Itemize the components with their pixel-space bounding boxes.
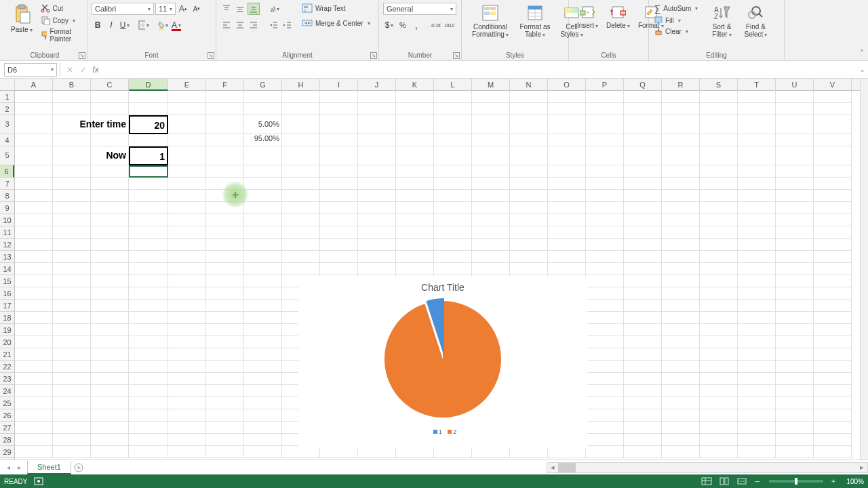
cell-O9[interactable] [548, 202, 586, 214]
cell-F16[interactable] [206, 287, 244, 300]
cell-A9[interactable] [15, 202, 53, 214]
cell-G24[interactable] [244, 385, 282, 397]
cell-V10[interactable] [814, 214, 852, 226]
cell-D5[interactable]: 1 [129, 146, 168, 165]
cell-D13[interactable] [129, 251, 168, 263]
cell-A2[interactable] [15, 103, 53, 115]
cell-C5[interactable]: Now [91, 146, 129, 165]
cell-P28[interactable] [586, 434, 624, 446]
cell-D22[interactable] [129, 361, 168, 373]
cell-S26[interactable] [700, 409, 738, 422]
cell-U7[interactable] [776, 178, 814, 190]
cell-V4[interactable] [814, 134, 852, 146]
cell-V6[interactable] [814, 165, 852, 178]
cell-U13[interactable] [776, 251, 814, 263]
cell-C16[interactable] [91, 287, 129, 300]
cell-A28[interactable] [15, 434, 53, 446]
cell-T20[interactable] [738, 336, 776, 348]
cell-U6[interactable] [776, 165, 814, 178]
cell-P6[interactable] [586, 165, 624, 178]
cell-K10[interactable] [396, 214, 434, 226]
cell-D20[interactable] [129, 336, 168, 348]
cell-O12[interactable] [548, 239, 586, 251]
row-header-6[interactable]: 6 [0, 165, 14, 178]
cell-E2[interactable] [168, 103, 206, 115]
cell-D14[interactable] [129, 263, 168, 275]
row-header-15[interactable]: 15 [0, 275, 14, 287]
cell-N9[interactable] [510, 202, 548, 214]
cut-button[interactable]: Cut [39, 3, 83, 14]
cell-H4[interactable] [282, 134, 320, 146]
cell-M1[interactable] [472, 91, 510, 103]
cell-T25[interactable] [738, 397, 776, 409]
cell-Q21[interactable] [624, 348, 662, 361]
cell-F29[interactable] [206, 446, 244, 458]
cell-V9[interactable] [814, 202, 852, 214]
cell-S22[interactable] [700, 361, 738, 373]
cell-Q7[interactable] [624, 178, 662, 190]
horizontal-scrollbar[interactable]: ◂▸ [547, 462, 868, 473]
row-header-27[interactable]: 27 [0, 422, 14, 434]
cell-C29[interactable] [91, 446, 129, 458]
cell-C7[interactable] [91, 178, 129, 190]
cell-F4[interactable] [206, 134, 244, 146]
cell-T16[interactable] [738, 287, 776, 300]
cell-S18[interactable] [700, 312, 738, 324]
cell-A19[interactable] [15, 324, 53, 336]
cell-A20[interactable] [15, 336, 53, 348]
cell-V12[interactable] [814, 239, 852, 251]
cell-Q14[interactable] [624, 263, 662, 275]
cell-E29[interactable] [168, 446, 206, 458]
cell-A5[interactable] [15, 146, 53, 165]
cell-C28[interactable] [91, 434, 129, 446]
row-header-14[interactable]: 14 [0, 263, 14, 275]
cell-R19[interactable] [662, 324, 700, 336]
col-header-A[interactable]: A [15, 79, 53, 91]
cell-R11[interactable] [662, 226, 700, 239]
row-header-10[interactable]: 10 [0, 214, 14, 226]
cell-E13[interactable] [168, 251, 206, 263]
cell-Q18[interactable] [624, 312, 662, 324]
cell-C11[interactable] [91, 226, 129, 239]
cell-T11[interactable] [738, 226, 776, 239]
cell-D23[interactable] [129, 373, 168, 385]
cell-C10[interactable] [91, 214, 129, 226]
cell-T22[interactable] [738, 361, 776, 373]
zoom-slider[interactable] [769, 480, 823, 483]
cell-D21[interactable] [129, 348, 168, 361]
cell-C14[interactable] [91, 263, 129, 275]
cell-T7[interactable] [738, 178, 776, 190]
cell-V27[interactable] [814, 422, 852, 434]
cell-Q9[interactable] [624, 202, 662, 214]
cell-L7[interactable] [434, 178, 472, 190]
cell-B26[interactable] [53, 409, 91, 422]
cell-E14[interactable] [168, 263, 206, 275]
cell-D26[interactable] [129, 409, 168, 422]
cell-F3[interactable] [206, 115, 244, 134]
italic-button[interactable]: I [105, 19, 117, 31]
cell-H14[interactable] [282, 263, 320, 275]
view-normal-button[interactable] [699, 476, 714, 487]
cell-T4[interactable] [738, 134, 776, 146]
cell-T3[interactable] [738, 115, 776, 134]
cell-Q12[interactable] [624, 239, 662, 251]
col-header-Q[interactable]: Q [624, 79, 662, 91]
col-header-H[interactable]: H [282, 79, 320, 91]
cell-H13[interactable] [282, 251, 320, 263]
cell-D15[interactable] [129, 275, 168, 287]
cell-S4[interactable] [700, 134, 738, 146]
cell-O13[interactable] [548, 251, 586, 263]
cell-D6[interactable] [129, 165, 168, 178]
cell-E1[interactable] [168, 91, 206, 103]
cell-C25[interactable] [91, 397, 129, 409]
cell-D9[interactable] [129, 202, 168, 214]
col-header-E[interactable]: E [168, 79, 206, 91]
cell-R20[interactable] [662, 336, 700, 348]
cell-S15[interactable] [700, 275, 738, 287]
cell-B18[interactable] [53, 312, 91, 324]
col-header-G[interactable]: G [244, 79, 282, 91]
cell-D27[interactable] [129, 422, 168, 434]
cell-R4[interactable] [662, 134, 700, 146]
cell-C2[interactable] [91, 103, 129, 115]
cell-B13[interactable] [53, 251, 91, 263]
